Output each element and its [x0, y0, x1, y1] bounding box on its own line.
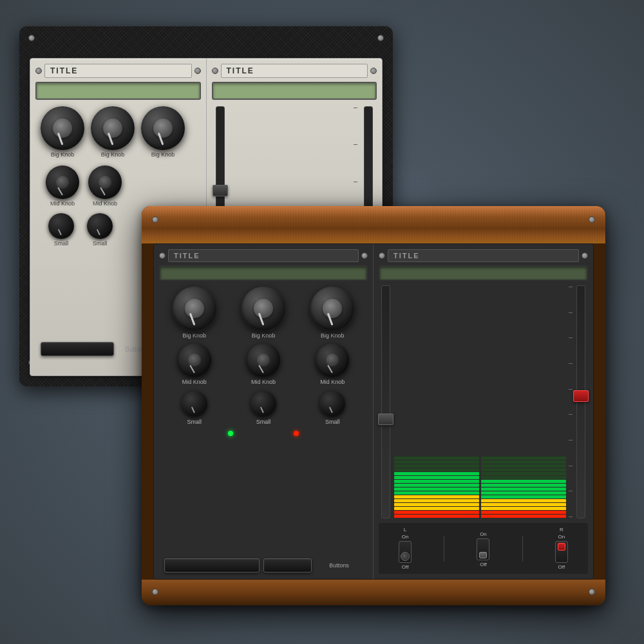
front-lcd-left — [159, 265, 368, 281]
back-lcd-right — [212, 82, 377, 100]
front-screw-br — [589, 589, 595, 595]
back-mid-knob-1[interactable]: Mid Knob — [46, 166, 79, 207]
screw-inner-4 — [370, 68, 377, 74]
wood-bottom — [142, 580, 605, 605]
front-button-2[interactable] — [263, 558, 312, 573]
front-screw-tl — [152, 216, 158, 223]
front-screw-inner-1 — [159, 252, 166, 259]
screw-inner-3 — [212, 68, 218, 74]
screw-tl — [28, 35, 35, 41]
front-screw-inner-2 — [361, 252, 368, 259]
front-led-2 — [294, 431, 299, 436]
front-small-knob-3[interactable]: Small — [319, 391, 345, 425]
front-fader-right[interactable] — [576, 285, 585, 518]
front-led-1 — [228, 431, 233, 436]
back-lcd-left — [35, 82, 201, 100]
switch-l[interactable]: L On Off — [399, 527, 412, 570]
screw-inner-1 — [35, 68, 42, 74]
front-big-knob-3[interactable]: Big Knob — [310, 287, 354, 339]
front-button-1[interactable] — [164, 558, 260, 573]
front-fader-left[interactable] — [381, 285, 390, 518]
back-small-knob-2[interactable]: Small — [87, 213, 113, 247]
front-screw-bl — [152, 589, 158, 595]
front-screw-inner-4 — [582, 252, 588, 259]
front-panel: TITLE Big Knob Big Knob Big Knob — [142, 206, 605, 605]
back-big-knob-3[interactable]: Big Knob — [141, 106, 185, 158]
back-big-knob-1[interactable]: Big Knob — [41, 106, 84, 158]
back-mid-knob-2[interactable]: Mid Knob — [88, 166, 122, 207]
back-big-knob-2[interactable]: Big Knob — [91, 106, 135, 158]
front-vu-right — [481, 285, 566, 518]
front-mid-knob-2[interactable]: Mid Knob — [247, 343, 280, 385]
back-title-left: TITLE — [44, 64, 192, 78]
front-mid-knob-1[interactable]: Mid Knob — [178, 343, 211, 385]
front-title-right: TITLE — [388, 249, 579, 262]
divider-1 — [444, 536, 444, 562]
front-vu-left — [394, 285, 479, 518]
front-title-left: TITLE — [168, 249, 359, 262]
back-title-right: TITLE — [221, 64, 368, 78]
screw-inner-2 — [194, 68, 201, 74]
front-fader-ticks — [569, 285, 573, 518]
switch-mid[interactable]: On Off — [477, 530, 489, 567]
front-big-knob-1[interactable]: Big Knob — [173, 287, 216, 339]
front-screw-tr — [589, 216, 595, 223]
front-screw-inner-3 — [379, 252, 385, 259]
switch-r[interactable]: R On Off — [555, 527, 568, 570]
front-big-knob-2[interactable]: Big Knob — [242, 287, 285, 339]
divider-2 — [522, 536, 523, 562]
back-small-knob-1[interactable]: Small — [48, 213, 74, 247]
back-button-1[interactable] — [41, 342, 114, 356]
front-buttons-label: Buttons — [316, 562, 363, 569]
front-mid-knob-3[interactable]: Mid Knob — [316, 343, 349, 385]
front-small-knob-2[interactable]: Small — [251, 391, 276, 425]
front-lcd-right — [379, 265, 588, 281]
front-small-knob-1[interactable]: Small — [182, 391, 207, 425]
wood-top — [142, 206, 605, 243]
screw-tr — [377, 35, 384, 41]
